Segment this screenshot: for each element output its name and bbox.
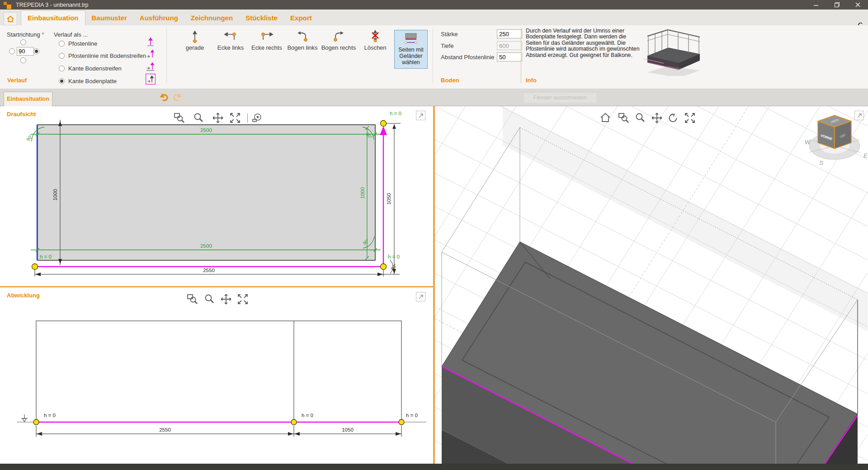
top-view-camera-icon[interactable] <box>251 112 263 124</box>
abstand-pfostenlinie-input[interactable] <box>497 52 522 61</box>
balcony-preview-image <box>638 27 706 76</box>
straight-arrow-icon <box>177 29 213 43</box>
menu-tab-baumuster[interactable]: Baumuster <box>85 11 133 25</box>
fit-view-icon[interactable] <box>229 112 241 124</box>
undo-button[interactable] <box>159 93 170 103</box>
toolbar-separator <box>247 113 248 122</box>
viewer-3d[interactable]: W S E OBEN VORNE OST <box>435 106 868 464</box>
svg-text:h = 0: h = 0 <box>406 413 418 418</box>
startrichtung-radio-down[interactable] <box>20 57 26 63</box>
startrichtung-radio-up[interactable] <box>20 39 26 45</box>
corner-right-icon <box>249 29 285 43</box>
option-pfostenline[interactable]: Pfostenline <box>59 40 97 47</box>
compass-south[interactable]: S <box>819 160 823 166</box>
rotate-view-icon[interactable] <box>667 112 679 124</box>
zoom-window-icon[interactable] <box>187 293 198 305</box>
staerke-input[interactable] <box>497 29 522 38</box>
startrichtung-radio-right[interactable] <box>33 48 39 54</box>
option-pfostenlinie-bodenstreifen[interactable]: Pfostenlinie mit Bodenstreifen <box>59 52 146 59</box>
section-label-boden: Boden <box>441 77 459 84</box>
startrichtung-radio-left[interactable] <box>9 48 15 54</box>
startrichtung-label: Startrichtung ° <box>7 31 44 38</box>
draufsicht-expand-button[interactable] <box>416 111 425 120</box>
fit-view-icon[interactable] <box>684 112 696 124</box>
svg-text:1000: 1000 <box>52 189 58 201</box>
abwicklung-viewport[interactable]: 2550 1050 h = 0 h = 0 h = 0 Abwicklung <box>0 287 433 464</box>
compass-west[interactable]: W <box>805 139 811 146</box>
kante-bodenstreifen-icon <box>146 61 156 72</box>
floor-slab-plan[interactable] <box>38 125 375 260</box>
tiefe-input <box>497 41 522 50</box>
svg-text:h = 0: h = 0 <box>388 254 400 259</box>
ribbon-separator <box>521 28 521 83</box>
tool-bogen-links[interactable]: Bogen links <box>284 29 321 51</box>
home-icon <box>6 15 14 23</box>
elevation-outline <box>36 321 401 422</box>
menu-tab-einbausituation[interactable]: Einbausituation <box>21 10 85 25</box>
menu-tab-export[interactable]: Export <box>284 11 318 25</box>
option-kante-bodenstreifen[interactable]: Kante Bodenstreifen <box>59 65 122 72</box>
zoom-icon[interactable] <box>203 293 215 305</box>
svg-text:2550: 2550 <box>203 268 215 273</box>
ribbon: Startrichtung ° Verlauf als ... Pfostenl… <box>0 25 868 89</box>
zoom-icon[interactable] <box>193 112 204 124</box>
undo-icon <box>159 93 169 103</box>
seiten-mit-gelaender-button[interactable]: Seiten mit Geländer wählen <box>394 30 428 69</box>
tool-bogen-rechts[interactable]: Bogen rechts <box>321 29 357 51</box>
arc-left-icon <box>284 29 321 43</box>
startrichtung-input[interactable] <box>17 47 34 56</box>
zoom-window-icon[interactable] <box>618 112 630 124</box>
svg-text:h = 0: h = 0 <box>44 413 56 418</box>
option-kante-bodenplatte[interactable]: Kante Bodenplatte <box>59 78 117 85</box>
tool-loeschen[interactable]: Löschen <box>357 29 393 51</box>
svg-text:90°: 90° <box>25 133 33 142</box>
title-bar: TREPEDIA 3 - unbenannt.trp <box>0 0 868 9</box>
abstand-pfostenlinie-label: Abstand Pfostenlinie <box>441 54 497 61</box>
datum-symbol <box>21 414 28 422</box>
ribbon-separator <box>166 28 167 83</box>
restore-button[interactable] <box>826 0 847 9</box>
close-button[interactable] <box>847 0 868 9</box>
home-view-icon[interactable] <box>599 112 611 124</box>
pfostenlinie-bodenstreifen-icon <box>146 48 156 59</box>
tool-gerade[interactable]: gerade <box>177 29 213 51</box>
pan-icon[interactable] <box>220 293 232 305</box>
zoom-icon[interactable] <box>634 112 646 124</box>
document-tab-bar: Einbausituation Fenster ausschneiden <box>0 89 868 106</box>
staerke-label: Stärke <box>441 31 497 38</box>
fit-view-icon[interactable] <box>237 293 249 305</box>
draufsicht-viewport[interactable]: 2500 2500 1000 90° 90° 90° <box>0 106 433 286</box>
view-cube[interactable]: W S E OBEN VORNE OST <box>805 115 868 166</box>
compass-east[interactable]: E <box>863 152 868 159</box>
abstand-pfostenlinie-row: Abstand Pfostenlinie <box>441 52 522 61</box>
svg-text:1050: 1050 <box>342 427 354 432</box>
pan-icon[interactable] <box>212 112 224 124</box>
tiefe-label: Tiefe <box>441 42 497 49</box>
svg-text:h = 0: h = 0 <box>40 254 52 259</box>
tool-ecke-rechts[interactable]: Ecke rechts <box>249 29 285 51</box>
draufsicht-drawing: 2500 2500 1000 90° 90° 90° <box>0 106 433 286</box>
zoom-window-icon[interactable] <box>174 112 185 124</box>
abwicklung-expand-button[interactable] <box>416 292 425 301</box>
viewer3d-expand-button[interactable] <box>854 111 864 120</box>
left-pane: 2500 2500 1000 90° 90° 90° <box>0 106 433 464</box>
section-label-info: Info <box>526 77 537 84</box>
menu-tab-ausfuehrung[interactable]: Ausführung <box>133 11 184 25</box>
pan-icon[interactable] <box>651 112 663 124</box>
workspace: 2500 2500 1000 90° 90° 90° <box>0 106 868 464</box>
menu-tab-zeichnungen[interactable]: Zeichnungen <box>184 11 239 25</box>
staerke-row: Stärke <box>441 29 522 38</box>
tool-ecke-links[interactable]: Ecke links <box>212 29 249 51</box>
svg-text:90°: 90° <box>390 263 398 271</box>
redo-button[interactable] <box>172 93 183 103</box>
section-label-verlauf: Verlauf <box>7 77 27 84</box>
svg-text:h = 0: h = 0 <box>302 413 313 418</box>
document-tab-einbausituation[interactable]: Einbausituation <box>4 92 52 106</box>
menu-tab-stueckliste[interactable]: Stückliste <box>239 11 284 25</box>
home-menu-button[interactable] <box>4 12 17 25</box>
corner-left-icon <box>212 29 249 43</box>
svg-text:1000: 1000 <box>360 187 365 199</box>
minimize-button[interactable] <box>806 0 826 9</box>
info-text: Durch den Verlauf wird der Umriss einer … <box>526 28 640 58</box>
abwicklung-title: Abwicklung <box>7 292 40 299</box>
